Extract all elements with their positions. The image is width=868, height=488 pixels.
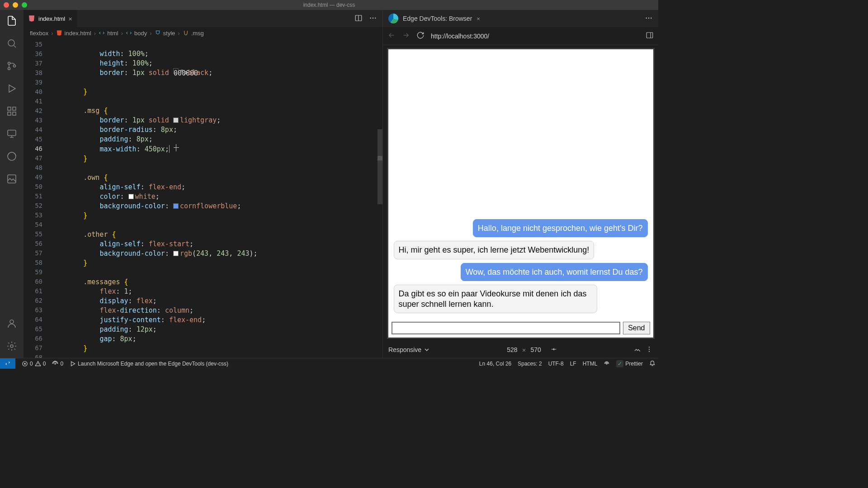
code-content[interactable]: width: 100%; height: 100%; border: 1px s… bbox=[51, 39, 382, 358]
svg-rect-8 bbox=[8, 130, 16, 136]
svg-point-26 bbox=[606, 363, 607, 364]
html-file-icon bbox=[28, 15, 35, 22]
traffic-lights bbox=[4, 2, 27, 8]
svg-rect-10 bbox=[8, 175, 16, 183]
extensions-icon[interactable] bbox=[5, 105, 18, 117]
cursor-position[interactable]: Ln 46, Col 26 bbox=[479, 361, 511, 367]
devtools-pane: Edge DevTools: Browser × Hallo, lange ni… bbox=[382, 10, 658, 358]
send-button[interactable]: Send bbox=[623, 322, 650, 334]
scrollbar-thumb[interactable] bbox=[377, 129, 382, 204]
style-icon bbox=[155, 30, 161, 36]
rotate-icon[interactable] bbox=[550, 346, 557, 354]
minimize-window-button[interactable] bbox=[13, 2, 18, 8]
maximize-window-button[interactable] bbox=[22, 2, 27, 8]
close-window-button[interactable] bbox=[4, 2, 9, 8]
code-editor[interactable]: 3536373839404142434445464748495051525354… bbox=[24, 39, 382, 358]
url-input[interactable] bbox=[431, 27, 639, 45]
nav-forward-icon[interactable] bbox=[402, 31, 410, 41]
launch-debug[interactable]: Launch Microsoft Edge and open the Edge … bbox=[70, 361, 228, 367]
nav-back-icon[interactable] bbox=[387, 31, 396, 41]
tag-icon bbox=[99, 30, 105, 36]
devtools-tab[interactable]: Edge DevTools: Browser × bbox=[383, 10, 658, 27]
svg-point-19 bbox=[651, 17, 651, 18]
preview-status: Responsive 528 × 570 bbox=[383, 342, 658, 358]
split-editor-icon[interactable] bbox=[354, 14, 363, 23]
eol-indicator[interactable]: LF bbox=[570, 361, 576, 367]
edge-icon bbox=[388, 14, 398, 23]
crumb-selector[interactable]: .msg bbox=[191, 30, 204, 37]
browser-toolbar bbox=[383, 27, 658, 45]
statusbar: 0 0 0 Launch Microsoft Edge and open the… bbox=[0, 358, 658, 369]
close-tab-icon[interactable]: × bbox=[68, 15, 72, 23]
run-debug-icon[interactable] bbox=[5, 82, 18, 95]
crumb-style[interactable]: style bbox=[163, 30, 175, 37]
crumb-body[interactable]: body bbox=[134, 30, 147, 37]
activity-bar bbox=[0, 10, 24, 358]
browser-preview: Hallo, lange nicht gesprochen, wie geht'… bbox=[383, 45, 658, 342]
breadcrumb[interactable]: flexbox › index.html › html › body › sty… bbox=[24, 27, 382, 39]
crumb-html[interactable]: html bbox=[107, 30, 118, 37]
tag-icon bbox=[126, 30, 132, 36]
viewport-width[interactable]: 528 bbox=[507, 346, 517, 353]
chat-message: Wow, das möchte ich auch, womit lernst D… bbox=[461, 263, 648, 282]
source-control-icon[interactable] bbox=[5, 60, 18, 72]
editor-tab-index[interactable]: index.html × bbox=[24, 10, 77, 27]
compose-input[interactable] bbox=[392, 322, 621, 334]
chat-message: Da gibt es so ein paar Videokurse mit de… bbox=[394, 285, 597, 313]
dimension-separator: × bbox=[522, 346, 526, 354]
svg-point-18 bbox=[648, 17, 649, 18]
remote-indicator[interactable] bbox=[0, 358, 15, 369]
more-options-icon[interactable] bbox=[646, 346, 653, 354]
messages-area: Hallo, lange nicht gesprochen, wie geht'… bbox=[388, 49, 653, 319]
explorer-icon[interactable] bbox=[5, 14, 18, 27]
svg-point-22 bbox=[649, 348, 650, 349]
prettier-indicator[interactable]: ✓Prettier bbox=[616, 360, 643, 367]
svg-point-0 bbox=[8, 40, 14, 46]
port-indicator[interactable]: 0 bbox=[52, 361, 63, 367]
screenshot-icon[interactable] bbox=[634, 346, 641, 354]
svg-point-25 bbox=[55, 363, 56, 364]
notifications-icon[interactable] bbox=[649, 360, 656, 367]
accounts-icon[interactable] bbox=[5, 317, 18, 330]
remote-explorer-icon[interactable] bbox=[5, 127, 18, 140]
svg-point-12 bbox=[10, 345, 13, 347]
editor-tab-bar: index.html × bbox=[24, 10, 382, 27]
encoding-indicator[interactable]: UTF-8 bbox=[548, 361, 564, 367]
svg-point-16 bbox=[375, 17, 376, 18]
more-actions-icon[interactable] bbox=[369, 14, 377, 23]
preview-frame[interactable]: Hallo, lange nicht gesprochen, wie geht'… bbox=[387, 48, 655, 339]
scrollbar-mark bbox=[377, 156, 382, 160]
search-icon[interactable] bbox=[5, 37, 18, 50]
editor-pane: index.html × flexbox › index.html › html… bbox=[24, 10, 382, 358]
close-devtools-icon[interactable]: × bbox=[476, 15, 480, 22]
svg-point-14 bbox=[370, 17, 371, 18]
reload-icon[interactable] bbox=[416, 31, 425, 41]
svg-point-15 bbox=[373, 17, 373, 18]
edge-devtools-icon[interactable] bbox=[5, 150, 18, 163]
go-live-indicator[interactable] bbox=[604, 361, 610, 367]
svg-point-3 bbox=[14, 65, 16, 67]
crumb-file[interactable]: index.html bbox=[65, 30, 91, 37]
svg-rect-5 bbox=[13, 107, 16, 110]
svg-rect-20 bbox=[646, 33, 653, 38]
more-actions-icon[interactable] bbox=[645, 14, 653, 23]
svg-point-11 bbox=[10, 320, 14, 324]
indent-indicator[interactable]: Spaces: 2 bbox=[518, 361, 542, 367]
main-layout: index.html × flexbox › index.html › html… bbox=[0, 10, 658, 358]
window-title: index.html — dev-css bbox=[303, 2, 355, 8]
gallery-icon[interactable] bbox=[5, 173, 18, 185]
tab-filename: index.html bbox=[38, 15, 65, 22]
line-gutter: 3536373839404142434445464748495051525354… bbox=[24, 39, 51, 358]
problems-indicator[interactable]: 0 0 bbox=[22, 361, 46, 367]
crumb-folder[interactable]: flexbox bbox=[30, 30, 48, 37]
svg-point-23 bbox=[649, 351, 650, 352]
device-select[interactable]: Responsive bbox=[388, 346, 430, 353]
language-indicator[interactable]: HTML bbox=[583, 361, 598, 367]
settings-icon[interactable] bbox=[5, 340, 18, 352]
dock-icon[interactable] bbox=[646, 31, 654, 41]
viewport-height[interactable]: 570 bbox=[530, 346, 541, 353]
devtools-title: Edge DevTools: Browser bbox=[403, 15, 472, 22]
selector-icon bbox=[183, 30, 189, 36]
editor-tab-actions bbox=[354, 14, 382, 23]
compose-row: Send bbox=[388, 319, 653, 338]
